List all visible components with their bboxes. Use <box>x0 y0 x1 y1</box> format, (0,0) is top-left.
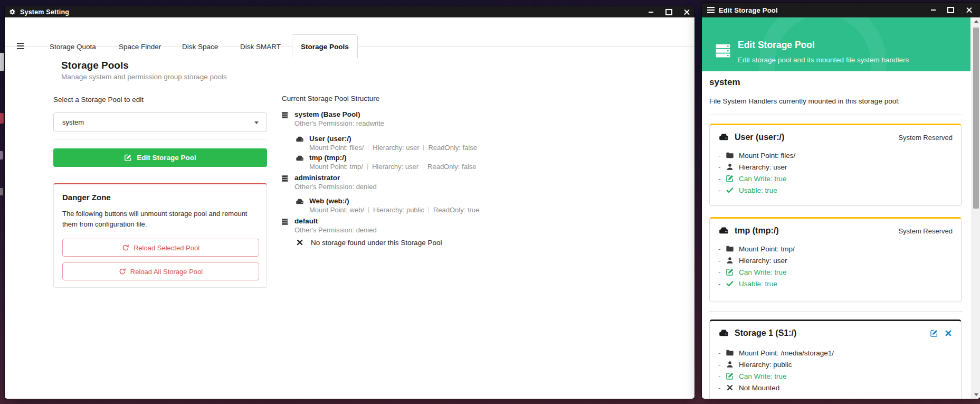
storage-name: User (user:/) <box>309 135 477 143</box>
check-icon <box>726 186 734 194</box>
server-icon <box>281 218 289 226</box>
card-header: tmp (tmp:/) System Reserved <box>710 219 961 236</box>
maximize-icon <box>665 9 672 15</box>
select-pool-label: Select a Storage Pool to edit <box>53 96 144 104</box>
settings-tabbar: Storage Quota Space Finder Disk Space Di… <box>5 17 694 46</box>
banner-title: Edit Storage Pool <box>738 40 815 51</box>
tab-disk-space[interactable]: Disk Space <box>182 42 218 52</box>
property-text: Mount Point: files/ <box>739 152 795 159</box>
hierarchy: Hierarchy: user <box>372 163 418 171</box>
mount-point: Mount Point: web/ <box>309 206 364 214</box>
edit-storage-pool-button[interactable]: Edit Storage Pool <box>53 148 267 167</box>
handler-properties: Mount Point: tmp/ Hierarchy: user Can Wr… <box>710 243 961 289</box>
fs-handler-card-user: User (user:/) System Reserved Mount Poin… <box>709 124 962 206</box>
hierarchy: Hierarchy: public <box>373 206 424 214</box>
minimize-icon <box>649 12 653 13</box>
tab-disk-smart[interactable]: Disk SMART <box>240 42 281 52</box>
fs-handler-card-tmp: tmp (tmp:/) System Reserved Mount Point:… <box>709 217 962 302</box>
divider <box>53 174 267 174</box>
pool-item: administrator Other's Permission: denied <box>281 174 377 191</box>
desktop-icon-fragment <box>0 113 4 124</box>
user-icon <box>726 360 734 369</box>
close-button[interactable] <box>962 3 976 17</box>
edit-handler-button[interactable] <box>930 329 938 337</box>
pool-name: system (Base Pool) <box>294 110 384 119</box>
tab-storage-pools[interactable]: Storage Pools <box>292 34 358 58</box>
scrollbar[interactable] <box>972 17 980 399</box>
edit-storage-pool-window: Edit Storage Pool Edit Storage Pool Edit… <box>702 3 980 399</box>
desktop-icon-fragment <box>0 188 3 195</box>
edit-pool-banner: Edit Storage Pool Edit storage pool and … <box>702 17 971 71</box>
scroll-down-button[interactable] <box>972 391 980 399</box>
edit-button-label: Edit Storage Pool <box>137 154 196 162</box>
pool-item: default Other's Permission: denied <box>281 217 377 234</box>
maximize-button[interactable] <box>662 6 675 17</box>
pool-permission: Other's Permission: denied <box>294 182 377 191</box>
reload-selected-pool-button[interactable]: Reload Selected Pool <box>62 239 259 257</box>
close-button[interactable] <box>680 6 693 17</box>
card-header: User (user:/) System Reserved <box>710 125 961 143</box>
remove-handler-button[interactable] <box>944 329 953 337</box>
storage-item: tmp (tmp:/) Mount Point: tmp/Hierarchy: … <box>296 154 477 171</box>
reload-all-pool-button[interactable]: Reload All Storage Pool <box>62 262 259 280</box>
tab-space-finder[interactable]: Space Finder <box>119 42 161 52</box>
menu-icon[interactable] <box>17 43 24 49</box>
minimize-button[interactable] <box>644 6 658 17</box>
edit-icon <box>726 372 734 380</box>
window-title: Edit Storage Pool <box>719 6 778 14</box>
hdd-icon <box>718 226 729 236</box>
divider <box>709 115 963 115</box>
fs-handler-card-storage1: Storage 1 (S1:/) Mount Point: /media/sto… <box>709 320 962 399</box>
pool-permission: Other's Permission: denied <box>294 226 377 234</box>
handler-name: User (user:/) <box>735 133 784 142</box>
cross-icon <box>726 383 734 392</box>
property-text: Can Write: true <box>739 268 787 276</box>
property-row: Mount Point: tmp/ <box>718 243 953 255</box>
property-row: Hierarchy: user <box>718 161 953 173</box>
empty-message-text: No storage found under this Storage Pool <box>311 239 442 247</box>
desktop-icon-fragment <box>0 151 3 159</box>
server-icon <box>281 174 289 183</box>
hdd-icon <box>718 328 729 339</box>
desktop: System Setting Storage Quota Space Finde… <box>0 0 980 404</box>
pool-name: administrator <box>294 174 377 182</box>
property-text: Mount Point: /media/storage1/ <box>739 349 834 357</box>
server-icon <box>713 42 732 60</box>
storage-meta: Mount Point: tmp/Hierarchy: userReadOnly… <box>309 162 477 171</box>
folder-icon <box>726 151 734 159</box>
pool-item: system (Base Pool) Other's Permission: r… <box>281 110 384 128</box>
property-row: Can Write: true <box>718 370 953 382</box>
window-title: System Setting <box>20 8 69 16</box>
system-reserved-badge: System Reserved <box>898 227 953 235</box>
pool-permission: Other's Permission: readwrite <box>294 119 384 128</box>
edit-icon <box>726 174 734 183</box>
mount-point: Mount Point: files/ <box>309 144 364 152</box>
folder-icon <box>726 245 734 253</box>
mount-point: Mount Point: tmp/ <box>309 163 363 171</box>
minimize-button[interactable] <box>926 3 940 17</box>
scroll-up-icon <box>974 20 978 23</box>
caret-down-icon <box>254 121 259 124</box>
refresh-icon <box>119 268 126 275</box>
readonly: ReadOnly: true <box>433 206 479 214</box>
storage-pool-select[interactable]: system <box>53 112 267 132</box>
user-icon <box>726 256 734 265</box>
refresh-icon <box>122 244 129 251</box>
danger-zone-title: Danger Zone <box>62 193 111 202</box>
selected-pool-value: system <box>62 118 84 126</box>
divider <box>53 139 267 139</box>
handler-properties: Mount Point: files/ Hierarchy: user Can … <box>710 149 961 196</box>
banner-subtitle: Edit storage pool and its mounted file s… <box>738 56 909 64</box>
property-row: Mount Point: /media/storage1/ <box>718 347 953 359</box>
check-icon <box>726 279 734 288</box>
maximize-button[interactable] <box>944 3 957 17</box>
divider <box>368 207 369 213</box>
tab-storage-quota[interactable]: Storage Quota <box>50 42 96 52</box>
property-row: Mount Point: files/ <box>718 149 953 161</box>
scroll-up-button[interactable] <box>972 17 980 25</box>
scrollbar-thumb[interactable] <box>973 27 979 209</box>
hdd-icon <box>718 132 729 143</box>
property-row: Hierarchy: public <box>718 359 953 370</box>
property-row: Usable: true <box>718 278 953 289</box>
divider <box>429 207 429 213</box>
